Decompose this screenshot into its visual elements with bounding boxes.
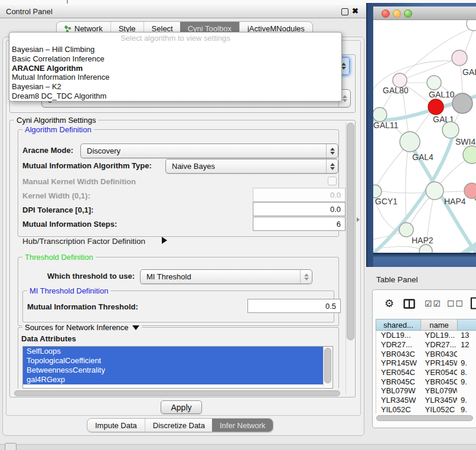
data-attribute-item[interactable]: TopologicalCoefficient	[23, 356, 325, 366]
top-strip-tick	[67, 0, 68, 4]
float-icon[interactable]	[341, 8, 348, 15]
checked-columns-icon[interactable]: ☑☑	[425, 299, 442, 308]
table-row[interactable]: YBR043CYBR043C	[376, 349, 476, 358]
table-cell: YDL19...	[376, 331, 420, 340]
hub-definition-label[interactable]: Hub/Transcription Factor Definition	[22, 237, 145, 246]
network-node-gal11[interactable]	[373, 107, 387, 122]
algorithm-option[interactable]: Bayesian – K2	[9, 82, 341, 92]
table-row[interactable]: YPR145WYPR145W9.	[376, 358, 476, 368]
table-row[interactable]: YBL079WYBL079W	[376, 386, 476, 396]
aracne-mode-value: Discovery	[81, 144, 326, 158]
dpi-tolerance-label: DPI Tolerance [0,1]:	[22, 206, 93, 214]
algorithm-option[interactable]: Mutual Information Inference	[9, 73, 341, 82]
sources-title-wrap[interactable]: Sources for Network Inference	[22, 323, 142, 332]
network-node-swi4[interactable]	[442, 122, 459, 138]
kernel-width-label: Kernel Width (0,1):	[22, 191, 90, 200]
tab-discretize-data[interactable]: Discretize Data	[145, 419, 213, 432]
network-node-hap2[interactable]	[399, 223, 413, 237]
attributes-scrollbar-thumb[interactable]	[324, 348, 331, 383]
aracne-mode-combo[interactable]: Discovery	[80, 144, 338, 158]
table-row[interactable]: YDR27...YDR27...12	[376, 340, 476, 350]
table-cell: 9.	[457, 377, 476, 386]
corner-widget-icon[interactable]	[5, 443, 17, 450]
table-cell: YBR043C	[420, 350, 457, 358]
table-row[interactable]: YBR045CYBR045C9.	[376, 377, 476, 386]
data-attributes-label: Data Attributes	[21, 334, 76, 343]
gear-icon[interactable]: ⚙	[384, 298, 394, 309]
unchecked-columns-icon[interactable]: ☐☐	[447, 299, 464, 308]
manual-kernel-label: Manual Kernel Width Definition	[22, 177, 136, 186]
mi-type-value: Naive Bayes	[166, 159, 326, 173]
column-header-partial[interactable]	[457, 319, 476, 331]
mi-steps-input[interactable]: 6	[253, 217, 345, 231]
column-header-shared-name[interactable]: shared...	[376, 319, 420, 331]
close-traffic-light[interactable]	[382, 9, 390, 18]
network-node[interactable]	[419, 244, 432, 253]
table-cell: YBL079W	[420, 386, 457, 395]
network-node-gcy1[interactable]	[373, 185, 382, 198]
aracne-mode-label: Aracne Mode:	[22, 146, 73, 155]
table-row[interactable]: YLR345WYLR345W9.	[376, 396, 476, 405]
tab-infer-network[interactable]: Infer Network	[212, 419, 273, 432]
cyni-bottom-tabbar: Impute Data Discretize Data Infer Networ…	[87, 418, 273, 432]
node-label: GAL10	[429, 90, 455, 99]
sources-title: Sources for Network Inference	[25, 323, 129, 332]
minimize-traffic-light[interactable]	[393, 9, 401, 18]
table-panel: ⚙ ☑☑ ☐☐ shared... name YDL19...YDL19...1…	[372, 289, 476, 428]
which-threshold-label: Which threshold to use:	[47, 272, 135, 281]
network-node-hap4[interactable]	[426, 182, 444, 200]
algorithm-option[interactable]: Dream8 DC_TDC Algorithm	[9, 92, 341, 101]
data-attributes-list[interactable]: SelfLoopsTopologicalCoefficientBetweenne…	[22, 346, 333, 389]
mi-threshold-label: Mutual Information Threshold:	[27, 302, 138, 311]
table-row[interactable]: YIL052CYIL052C9.	[376, 405, 476, 415]
data-attribute-item[interactable]: gal4RGexp	[23, 375, 325, 384]
splitter-handle-icon[interactable]	[357, 217, 360, 222]
network-window-titlebar[interactable]	[373, 6, 476, 20]
table-cell: YDR27...	[420, 340, 457, 349]
settings-horizontal-scrollbar[interactable]	[14, 390, 340, 396]
algorithm-dropdown-popup: Select algorithm to view settings Bayesi…	[9, 32, 342, 102]
mi-threshold-input[interactable]: 0.5	[247, 299, 341, 313]
combo-arrows-icon	[326, 159, 338, 173]
algorithm-option[interactable]: Bayesian – Hill Climbing	[9, 45, 341, 54]
network-node[interactable]	[452, 93, 472, 113]
table-horizontal-scrollbar[interactable]	[376, 415, 473, 421]
control-panel-title: Control Panel	[6, 7, 53, 16]
table-cell: YDR27...	[376, 340, 420, 349]
algorithm-option[interactable]: ARACNE Algorithm	[9, 64, 341, 73]
data-attribute-item[interactable]: BetweennessCentrality	[23, 366, 325, 375]
table-cell: YBR045C	[376, 377, 420, 386]
document-icon[interactable]	[470, 297, 476, 309]
table-row[interactable]: YER054CYER054C8.	[376, 368, 476, 377]
tab-impute-data[interactable]: Impute Data	[87, 419, 145, 432]
mi-type-combo[interactable]: Naive Bayes	[165, 159, 338, 174]
which-threshold-combo[interactable]: MI Threshold	[140, 269, 312, 284]
expand-arrow-icon[interactable]	[162, 237, 167, 244]
apply-button[interactable]: Apply	[161, 400, 202, 414]
network-node-gal10[interactable]	[427, 76, 441, 90]
kernel-width-input[interactable]: 0.0	[253, 188, 345, 202]
zoom-traffic-light[interactable]	[404, 9, 412, 18]
data-attribute-item[interactable]: SelfLoops	[23, 347, 325, 356]
table-row[interactable]: YDL19...YDL19...13	[376, 331, 476, 340]
combo-arrows-icon	[326, 144, 338, 158]
network-node-gal[interactable]	[452, 50, 467, 66]
column-header-name[interactable]: name	[420, 319, 457, 331]
desktop: { "colors": { "selection_blue": "#3a6bd4…	[0, 0, 476, 450]
algorithm-option[interactable]: Basic Correlation Inference	[9, 54, 341, 64]
teal-edges	[373, 95, 476, 253]
table-cell: YLR345W	[420, 396, 457, 405]
split-pane-icon[interactable]	[403, 299, 415, 309]
cyni-algorithm-settings-title: Cyni Algorithm Settings	[14, 116, 98, 125]
close-icon[interactable]: ✖	[352, 6, 358, 15]
network-node[interactable]	[467, 20, 476, 31]
dpi-tolerance-input[interactable]: 0.0	[253, 202, 345, 216]
network-canvas[interactable]: GALGAL80GAL10GAL1GAL11SWI4GAL4GCY1HAP4YH…	[373, 20, 476, 253]
table-cell: YBR043C	[376, 350, 420, 358]
network-node-gal4[interactable]	[400, 132, 420, 152]
settings-scrollbar-thumb[interactable]	[347, 123, 354, 340]
network-node-gal1[interactable]	[428, 99, 444, 115]
manual-kernel-checkbox[interactable]	[328, 177, 337, 185]
node-label: GAL11	[373, 120, 399, 130]
threshold-definition-title: Threshold Definition	[22, 253, 96, 262]
